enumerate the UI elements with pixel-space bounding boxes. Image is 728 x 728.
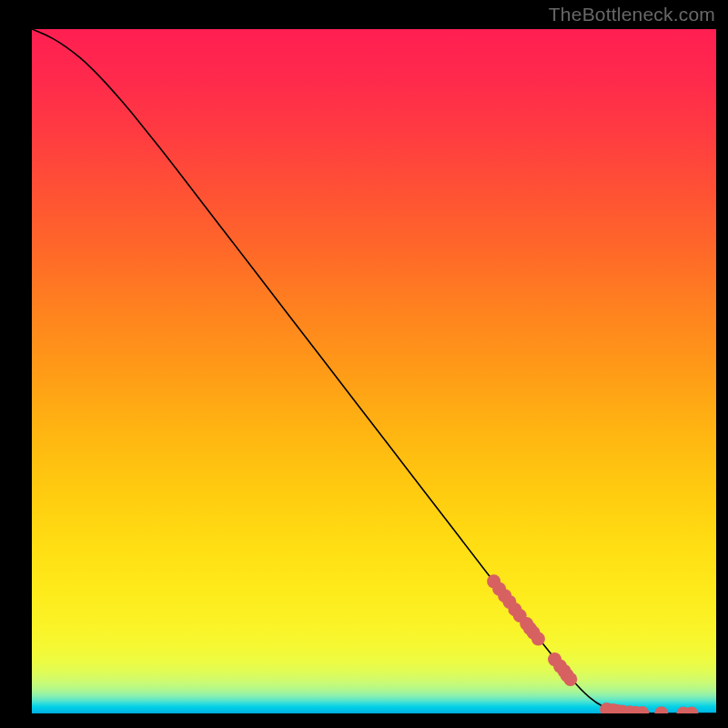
plot-area: [32, 29, 716, 713]
data-marker: [531, 632, 545, 646]
data-marker: [563, 672, 577, 686]
watermark-text: TheBottleneck.com: [549, 4, 715, 25]
chart-container: TheBottleneck.com: [0, 0, 728, 728]
curve-line: [32, 29, 716, 713]
data-marker: [654, 706, 668, 713]
chart-overlay: [32, 29, 716, 713]
marker-group: [487, 574, 698, 713]
